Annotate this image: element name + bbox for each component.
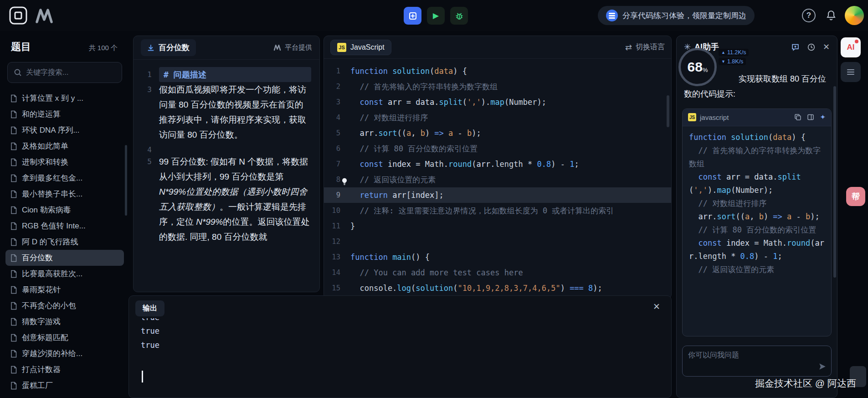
notifications-button[interactable] [826,10,837,22]
document-icon [10,382,17,390]
lightbulb-icon[interactable] [340,175,349,184]
ai-code-line: const arr = data.split(',').map(Number); [689,171,825,197]
watermark: 掘金技术社区 @ 阿达西 [755,377,856,390]
history-icon[interactable] [807,43,816,52]
list-item-label: 猜数字游戏 [22,316,61,327]
list-item[interactable]: 打点计数器 [5,362,124,377]
topbar: ▶ 分享代码练习体验，领限量定制周边 ? [0,0,868,31]
help-button[interactable]: ? [802,9,816,22]
share-banner[interactable]: 分享代码练习体验，领限量定制周边 [598,6,755,25]
editor-line[interactable]: 14 // You can add more test cases here [324,265,671,280]
search-box[interactable] [7,62,122,83]
list-item[interactable]: RGB 色值转 Inte... [5,218,124,234]
debug-button[interactable] [450,7,468,25]
list-item[interactable]: 创意标题匹配 [5,330,124,346]
document-icon [10,334,17,342]
tab-javascript[interactable]: JS JavaScript [330,40,391,55]
editor-line[interactable]: 13function main() { [324,249,671,265]
list-item[interactable]: 阿 D 的飞行路线 [5,234,124,250]
copy-icon[interactable] [794,114,801,121]
editor-scrollbar[interactable] [667,95,669,127]
ai-code-line: // 首先将输入的字符串转换为数字数组 [689,144,825,171]
list-item-label: 计算位置 x 到 y ... [22,93,83,103]
js-icon: JS [337,43,346,52]
ai-panel: ✳ AI助手 ✕ 68 % ▲ 11.2K/s ▼ [676,36,837,398]
list-item-label: 创意标题匹配 [22,332,68,343]
list-item[interactable]: 环状 DNA 序列... [5,122,124,138]
helper-float-button[interactable]: 帮 [846,187,865,206]
list-item[interactable]: 暴雨梨花针 [5,282,124,298]
editor-line[interactable]: 2 // 首先将输入的字符串转换为数字数组 [324,79,671,94]
list-item-label: 最小替换子串长... [22,189,82,199]
problem-count: 共 100 个 [89,44,118,52]
list-item[interactable]: Cion 勒索病毒 [5,202,124,218]
ai-question-input[interactable] [688,351,826,372]
list-item-label: 不再贪心的小包 [22,300,76,311]
ai-scrollbar[interactable] [833,86,836,278]
list-item[interactable]: 不再贪心的小包 [5,298,124,314]
insert-code-icon[interactable] [807,114,814,121]
avatar[interactable] [845,6,864,25]
document-icon [10,318,17,326]
list-item[interactable]: 进制求和转换 [5,154,124,170]
editor-line[interactable]: 4 // 对数组进行排序 [324,110,671,125]
document-icon [10,366,17,374]
editor-code[interactable]: 1function solution(data) {2 // 首先将输入的字符串… [324,59,671,296]
ai-code-line: const index = Math.round(arr.length * 0.… [689,237,825,263]
list-item[interactable]: 蛋糕工厂 [5,377,124,393]
list-item[interactable]: 猜数字游戏 [5,314,124,330]
editor-line[interactable]: 1function solution(data) { [324,63,671,79]
search-input[interactable] [26,68,116,77]
editor-line[interactable]: 15 console.log(solution("10,1,9,2,8,3,7,… [324,280,671,296]
list-item[interactable]: 及格如此简单 [5,138,124,154]
list-item-label: Cion 勒索病毒 [22,205,71,215]
close-icon[interactable]: ✕ [653,301,660,312]
problem-title-badge[interactable]: 百分位数 [141,39,196,56]
download-icon [147,44,154,52]
list-item[interactable]: 穿越沙漠的补给... [5,346,124,362]
document-icon [10,110,17,119]
output-line: true [141,338,671,352]
list-item[interactable]: 百分位数 [5,250,124,266]
editor-line[interactable]: 7 const index = Math.round(arr.length * … [324,156,671,172]
insert-block-button[interactable] [404,7,421,25]
editor-line[interactable]: 11} [324,218,671,234]
sidebar-scrollbar[interactable] [125,145,127,216]
list-item[interactable]: 比赛最高获胜次... [5,266,124,282]
list-item-label: 打点计数器 [22,364,61,375]
problem-line: 599 百分位数: 假如有 N 个数据，将数据从小到大排列，99 百分位数是第 … [140,154,311,244]
sidebar: 题目 共 100 个 计算位置 x 到 y ... 和的逆运算 环状 DNA 序… [0,31,129,398]
ai-input-box[interactable] [682,346,832,377]
new-chat-icon[interactable] [791,43,800,52]
sparkle-icon[interactable]: ✦ [820,113,826,121]
ai-code-line: // 计算 80 百分位数的索引位置 [689,223,825,237]
editor-line[interactable]: 5 arr.sort((a, b) => a - b); [324,125,671,141]
problem-panel: 百分位数 平台提供 1# 问题描述3假如西瓜视频即将开发一个功能，将访问量 80… [133,36,320,292]
editor-line[interactable]: 12 [324,234,671,249]
editor-line[interactable]: 10 // 注释: 这里需要注意边界情况，比如数组长度为 0 或者计算出的索引 [324,203,671,218]
editor-line[interactable]: 6 // 计算 80 百分位数的索引位置 [324,141,671,156]
list-item[interactable]: 最小替换子串长... [5,186,124,202]
ai-extension-button[interactable]: AI [841,37,861,57]
list-item[interactable]: 拿到最多红包金... [5,170,124,186]
extension-button[interactable] [841,62,861,82]
marscode-logo-icon[interactable] [35,8,55,26]
close-icon[interactable]: ✕ [823,42,830,52]
send-icon[interactable] [818,362,827,372]
problem-line: 1# 问题描述 [140,67,311,82]
app-logo-icon[interactable] [9,6,27,25]
output-panel: 输出 ✕ truetruetrue [128,295,672,398]
list-item[interactable]: 计算位置 x 到 y ... [5,90,124,106]
document-icon [10,238,17,246]
list-item[interactable]: 和的逆运算 [5,106,124,122]
list-item-label: 穿越沙漠的补给... [22,348,82,359]
switch-language-button[interactable]: ⇄ 切换语言 [625,42,665,52]
run-toolbar: ▶ [404,7,468,25]
platform-logo-icon [273,44,282,51]
document-icon [10,190,17,198]
editor-line[interactable]: 3 const arr = data.split(',').map(Number… [324,94,671,110]
editor-line[interactable]: 8 // 返回该位置的元素 [324,172,671,187]
editor-line[interactable]: 9 return arr[index]; [324,187,671,203]
terminal-caret [142,371,143,382]
run-button[interactable]: ▶ [427,7,445,25]
